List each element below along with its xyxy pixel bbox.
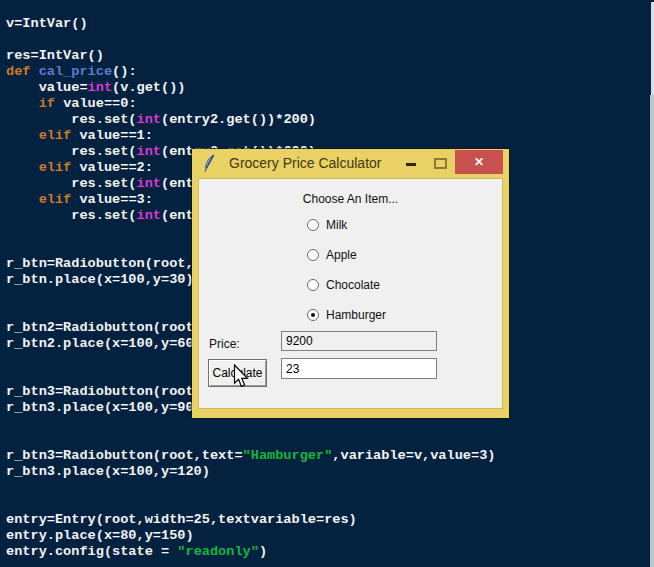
code-line: res.set(int(entry2.get())*200) [6, 112, 495, 128]
code-line: value=int(v.get()) [6, 80, 495, 96]
radio-option-label: Chocolate [326, 278, 380, 292]
radio-unselected-icon[interactable] [307, 219, 319, 231]
code-line: if value==0: [6, 96, 495, 112]
minimize-icon [406, 163, 416, 166]
radio-option-apple[interactable]: Apple [307, 248, 357, 262]
radio-option-chocolate[interactable]: Chocolate [307, 278, 380, 292]
minimize-button[interactable] [395, 150, 427, 174]
close-icon: ✕ [474, 155, 484, 169]
radio-option-label: Hamburger [326, 308, 386, 322]
right-scrollbar-thumb[interactable] [650, 95, 654, 567]
code-line: r_btn3=Radiobutton(root,text="Hamburger"… [6, 448, 495, 464]
radio-unselected-icon[interactable] [307, 279, 319, 291]
maximize-icon [434, 158, 447, 169]
code-line [6, 480, 495, 496]
code-line: res=IntVar() [6, 48, 495, 64]
radio-selected-icon[interactable] [307, 309, 319, 321]
radio-unselected-icon[interactable] [307, 249, 319, 261]
choose-item-label: Choose An Item... [199, 192, 502, 206]
code-line: def cal_price(): [6, 64, 495, 80]
close-button[interactable]: ✕ [455, 150, 503, 174]
code-line [6, 496, 495, 512]
price-label: Price: [209, 337, 240, 351]
code-line: v=IntVar() [6, 16, 495, 32]
radio-option-label: Milk [326, 218, 347, 232]
radio-option-label: Apple [326, 248, 357, 262]
tk-feather-icon [203, 154, 216, 173]
code-line [6, 32, 495, 48]
code-line: elif value==1: [6, 128, 495, 144]
radio-option-hamburger[interactable]: Hamburger [307, 308, 386, 322]
code-line [6, 416, 495, 432]
quantity-input[interactable] [281, 358, 437, 379]
radio-option-milk[interactable]: Milk [307, 218, 347, 232]
mouse-cursor [233, 364, 250, 389]
code-line: entry.place(x=80,y=150) [6, 528, 495, 544]
window-titlebar[interactable]: Grocery Price Calculator ✕ [192, 149, 509, 178]
code-line [6, 432, 495, 448]
code-line: r_btn3.place(x=100,y=120) [6, 464, 495, 480]
window-title: Grocery Price Calculator [229, 155, 382, 171]
code-line: entry=Entry(root,width=25,textvariable=r… [6, 512, 495, 528]
price-output-field[interactable] [281, 331, 437, 351]
code-line: entry.config(state = "readonly") [6, 544, 495, 560]
maximize-button[interactable] [428, 150, 454, 174]
